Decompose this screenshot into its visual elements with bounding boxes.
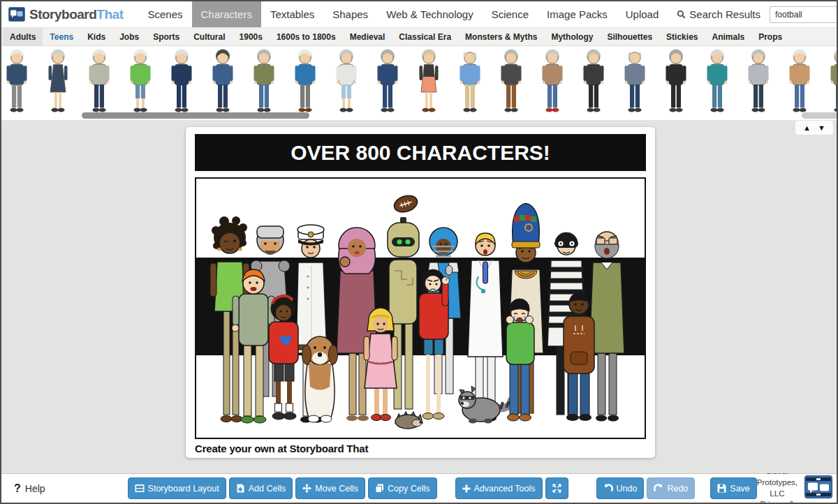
button-label: Undo: [617, 484, 638, 494]
character-thumbnail-14[interactable]: [538, 47, 566, 114]
category-tab-teens[interactable]: Teens: [43, 28, 80, 45]
storyboardthat-logo[interactable]: StoryboardThat: [8, 7, 123, 22]
plus-icon: [462, 484, 471, 493]
strip-scrollbar-thumb[interactable]: [82, 112, 309, 119]
expand-icon: [552, 484, 561, 493]
character-thumbnail-3[interactable]: [85, 47, 113, 114]
category-tab-jobs[interactable]: Jobs: [112, 28, 146, 45]
category-tab-silhouettes[interactable]: Silhouettes: [600, 28, 659, 45]
button-label: Copy Cells: [388, 484, 429, 494]
nav-item-characters[interactable]: Characters: [192, 1, 261, 27]
nav-item-image-packs[interactable]: Image Packs: [538, 1, 617, 27]
nav-item-shapes[interactable]: Shapes: [323, 1, 377, 27]
category-tab-animals[interactable]: Animals: [705, 28, 751, 45]
nav-item-science[interactable]: Science: [483, 1, 538, 27]
advanced-tools-button[interactable]: Advanced Tools: [455, 477, 543, 499]
add-cells-button[interactable]: Add Cells: [229, 477, 293, 499]
undo-button[interactable]: Undo: [596, 477, 645, 499]
nav-item-label: Web & Technology: [386, 8, 473, 20]
category-tab-adults[interactable]: Adults: [3, 28, 43, 45]
cell-title-bar[interactable]: OVER 800 CHARACTERS!: [195, 134, 646, 171]
character-thumbnail-5[interactable]: [168, 47, 196, 114]
cells-button-group: Storyboard LayoutAdd CellsMove CellsCopy…: [128, 477, 437, 499]
brand-name: StoryboardThat: [29, 7, 123, 22]
beagle-dog: [302, 336, 338, 422]
category-tab-stickies[interactable]: Stickies: [659, 28, 705, 45]
redo-button[interactable]: Redo: [647, 477, 695, 499]
nav-item-label: Characters: [201, 8, 252, 20]
top-navbar: StoryboardThat ScenesCharactersTextables…: [1, 1, 837, 27]
category-tab-mythology[interactable]: Mythology: [544, 28, 600, 45]
category-tab-kids[interactable]: Kids: [80, 28, 112, 45]
storyboardthat-logo-footer[interactable]: [804, 475, 832, 501]
save-button[interactable]: Save: [710, 477, 757, 499]
category-tab-cultural[interactable]: Cultural: [186, 28, 232, 45]
nav-item-label: Shapes: [332, 8, 368, 20]
character-thumbnail-9[interactable]: [332, 47, 360, 114]
nav-item-search-results[interactable]: Search Results: [668, 1, 770, 27]
add-cells-icon: [236, 484, 245, 493]
category-tab-medieval[interactable]: Medieval: [343, 28, 392, 45]
help-button[interactable]: ? Help: [14, 482, 45, 495]
nav-item-textables[interactable]: Textables: [261, 1, 323, 27]
save-icon: [717, 484, 726, 493]
category-tab-1600s-to-1800s[interactable]: 1600s to 1800s: [270, 28, 343, 45]
nav-item-scenes[interactable]: Scenes: [138, 1, 191, 27]
character-thumbnail-16[interactable]: [621, 47, 649, 114]
character-thumbnail-13[interactable]: [497, 47, 525, 114]
button-label: Redo: [667, 484, 688, 494]
character-thumbnail-7[interactable]: [250, 47, 278, 114]
character-thumbnail-19[interactable]: [744, 47, 772, 114]
category-tab-classical-era[interactable]: Classical Era: [392, 28, 458, 45]
cell-caption: Create your own at Storyboard That: [195, 439, 646, 458]
nav-item-upload[interactable]: Upload: [617, 1, 668, 27]
character-thumbnail-12[interactable]: [456, 47, 484, 114]
category-tab-monsters-myths[interactable]: Monsters & Myths: [458, 28, 544, 45]
move-cells-button[interactable]: Move Cells: [295, 477, 365, 499]
cell-image-area[interactable]: [195, 177, 646, 439]
copy-cells-button[interactable]: Copy Cells: [368, 477, 436, 499]
search-input[interactable]: [770, 6, 838, 23]
expand-button[interactable]: [545, 477, 568, 499]
category-bar: AdultsTeensKidsJobsSportsCultural1900s16…: [1, 27, 837, 46]
history-button-group: UndoRedo: [596, 477, 696, 499]
search-icon: [677, 10, 686, 19]
storyboard-layout-button[interactable]: Storyboard Layout: [128, 477, 226, 499]
character-thumbnail-4[interactable]: [126, 47, 154, 114]
copy-icon: [375, 484, 384, 493]
button-label: Storyboard Layout: [148, 484, 219, 494]
category-tab-sports[interactable]: Sports: [146, 28, 186, 45]
category-tab-1900s[interactable]: 1900s: [233, 28, 270, 45]
character-strip: [1, 46, 837, 120]
nav-item-label: Upload: [626, 8, 659, 20]
character-thumbnail-20[interactable]: [786, 47, 814, 114]
category-tab-props[interactable]: Props: [751, 28, 789, 45]
character-thumbnail-11[interactable]: [415, 47, 443, 114]
nav-item-web-technology[interactable]: Web & Technology: [377, 1, 483, 27]
strip-scrollbar-end: [802, 112, 837, 119]
storyboard-cell: OVER 800 CHARACTERS!: [186, 127, 655, 458]
character-thumbnail-21[interactable]: [827, 47, 837, 114]
button-label: Advanced Tools: [474, 484, 536, 494]
canvas-scroll-arrows: ▲ ▼: [795, 121, 833, 135]
character-thumbnail-17[interactable]: [662, 47, 690, 114]
button-label: Save: [730, 484, 750, 494]
layout-icon: [135, 484, 145, 493]
character-thumbnail-10[interactable]: [374, 47, 402, 114]
character-strip-row: [3, 47, 837, 114]
character-thumbnail-2[interactable]: [44, 47, 72, 114]
privacy-terms-link[interactable]: Privacy & Terms: [757, 499, 797, 504]
cell-title-text: OVER 800 CHARACTERS!: [291, 141, 550, 165]
storyboardthat-logo-icon: [8, 7, 25, 22]
scroll-down-button[interactable]: ▼: [818, 124, 825, 132]
character-thumbnail-15[interactable]: [580, 47, 608, 114]
save-button-group: Save: [710, 477, 757, 499]
scroll-up-button[interactable]: ▲: [803, 124, 811, 132]
character-thumbnail-8[interactable]: [291, 47, 319, 114]
character-thumbnail-1[interactable]: [3, 47, 31, 114]
button-label: Move Cells: [315, 484, 358, 494]
character-thumbnail-18[interactable]: [703, 47, 731, 114]
move-icon: [302, 484, 311, 493]
nav-item-label: Science: [492, 8, 529, 20]
character-thumbnail-6[interactable]: [209, 47, 237, 114]
